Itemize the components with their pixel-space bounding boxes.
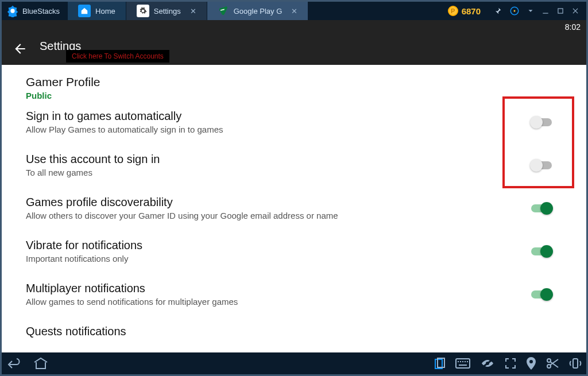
- chevron-down-icon[interactable]: [527, 7, 535, 15]
- pin-icon[interactable]: [493, 6, 502, 15]
- brand-label: BlueStacks: [22, 7, 60, 15]
- setting-desc: To all new games: [26, 168, 531, 177]
- nav-back-icon[interactable]: [6, 358, 22, 369]
- eye-off-icon[interactable]: [481, 358, 494, 369]
- maximize-icon[interactable]: [556, 7, 564, 15]
- settings-tab-icon: [137, 5, 149, 17]
- svg-rect-8: [458, 361, 459, 362]
- setting-title: Quests notifications: [26, 325, 552, 338]
- setting-quests[interactable]: Quests notifications: [26, 316, 586, 338]
- setting-use-account[interactable]: Use this account to sign in To all new g…: [26, 144, 586, 187]
- back-button[interactable]: [6, 36, 34, 61]
- setting-title: Multiplayer notifications: [26, 282, 531, 295]
- tab-home[interactable]: Home: [68, 2, 126, 20]
- scissors-icon[interactable]: [546, 358, 559, 369]
- toggle-use-account[interactable]: [531, 161, 552, 169]
- setting-desc: Allow games to send notifications for mu…: [26, 297, 531, 307]
- settings-content: Gamer Profile Public Sign in to games au…: [2, 65, 586, 352]
- tab-google-play-games[interactable]: Google Play G ✕: [207, 2, 309, 20]
- clipboard-icon[interactable]: [435, 358, 445, 369]
- action-bar: Settings Click here To Switch Accounts: [2, 34, 586, 65]
- setting-desc: Important notifications only: [26, 254, 531, 263]
- setting-title: Vibrate for notifications: [26, 239, 531, 252]
- compass-icon[interactable]: [509, 6, 520, 16]
- close-tab-icon[interactable]: ✕: [291, 7, 297, 15]
- nav-home-icon[interactable]: [33, 357, 49, 370]
- setting-multiplayer[interactable]: Multiplayer notifications Allow games to…: [26, 273, 586, 316]
- setting-title: Sign in to games automatically: [26, 110, 531, 123]
- home-tab-icon: [78, 5, 91, 17]
- setting-vibrate[interactable]: Vibrate for notifications Important noti…: [26, 230, 586, 273]
- section-heading: Gamer Profile: [26, 75, 586, 89]
- svg-rect-13: [459, 365, 467, 366]
- svg-rect-7: [456, 359, 470, 368]
- back-arrow-icon: [13, 41, 28, 56]
- tab-settings[interactable]: Settings ✕: [126, 2, 207, 20]
- brand: BlueStacks: [2, 2, 68, 20]
- window-frame: BlueStacks Home Settings ✕ Google Play G…: [0, 0, 588, 376]
- setting-signin-automatically[interactable]: Sign in to games automatically Allow Pla…: [26, 100, 586, 144]
- titlebar: BlueStacks Home Settings ✕ Google Play G…: [2, 2, 586, 20]
- toggle-vibrate[interactable]: [531, 247, 552, 255]
- svg-rect-11: [465, 361, 466, 362]
- keyboard-icon[interactable]: [455, 358, 470, 369]
- window-controls: [486, 2, 586, 20]
- svg-rect-4: [558, 9, 563, 13]
- svg-point-0: [10, 9, 14, 13]
- profile-visibility[interactable]: Public: [26, 91, 586, 100]
- shake-icon[interactable]: [569, 357, 582, 370]
- toggle-discoverability[interactable]: [531, 204, 552, 212]
- toggle-multiplayer[interactable]: [531, 290, 552, 299]
- close-tab-icon[interactable]: ✕: [190, 7, 196, 15]
- svg-rect-10: [462, 361, 463, 362]
- setting-title: Use this account to sign in: [26, 153, 531, 166]
- location-icon[interactable]: [527, 357, 536, 370]
- svg-rect-3: [543, 13, 548, 14]
- switch-accounts-hint[interactable]: Click here To Switch Accounts: [66, 50, 169, 63]
- svg-rect-17: [573, 359, 578, 368]
- play-games-tab-icon: [218, 5, 229, 18]
- tab-label: Home: [95, 7, 115, 15]
- minimize-icon[interactable]: [541, 7, 550, 15]
- bluestacks-logo-icon: [6, 5, 19, 17]
- android-nav-bar: [2, 352, 586, 374]
- setting-desc: Allow Play Games to automatically sign i…: [26, 125, 531, 134]
- clock: 8:02: [565, 22, 581, 32]
- fullscreen-icon[interactable]: [505, 358, 516, 369]
- tab-label: Settings: [154, 7, 181, 15]
- toggle-signin-auto[interactable]: [531, 118, 552, 126]
- setting-desc: Allow others to discover your Gamer ID u…: [26, 211, 531, 220]
- setting-discoverability[interactable]: Games profile discoverability Allow othe…: [26, 187, 586, 230]
- coin-count: 6870: [462, 6, 481, 16]
- tab-label: Google Play G: [234, 7, 283, 15]
- svg-rect-12: [467, 361, 468, 362]
- coin-balance[interactable]: 6870: [442, 2, 486, 20]
- svg-rect-9: [460, 361, 461, 362]
- close-icon[interactable]: [571, 7, 579, 15]
- android-status-bar: 8:02: [2, 20, 586, 34]
- setting-title: Games profile discoverability: [26, 196, 531, 209]
- coin-icon: [448, 6, 458, 16]
- svg-point-2: [514, 10, 516, 12]
